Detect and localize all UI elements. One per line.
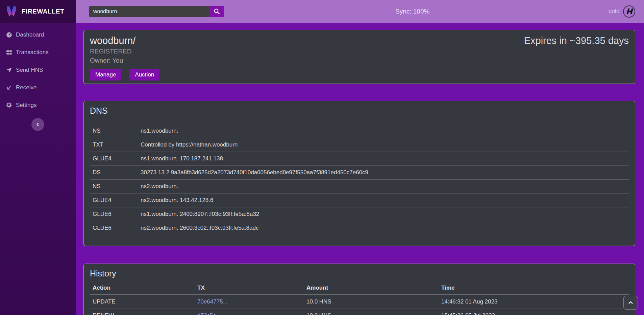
domain-card: woodburn/ REGISTERED Owner: You Manage A…: [83, 30, 635, 84]
dns-record-type: NS: [90, 124, 138, 138]
domain-search: [89, 6, 224, 17]
manage-button[interactable]: Manage: [90, 69, 121, 81]
auction-button[interactable]: Auction: [129, 69, 159, 81]
history-title: History: [90, 269, 629, 278]
dns-record-type: GLUE4: [90, 194, 138, 207]
sidebar-item-label: Send HNS: [16, 67, 43, 73]
dns-record-row: GLUE4 ns2.woodburn. 143.42.128.6: [90, 194, 629, 207]
dns-table: NS ns1.woodburn. TXT Controlled by https…: [90, 124, 629, 235]
sidebar-item-label: Dashboard: [16, 31, 44, 38]
receive-arrow-icon: [6, 85, 12, 91]
history-action: UPDATE: [90, 295, 195, 309]
history-row: RENEW d73c5e... 10.0 HNS 15:45:36 05 Jul…: [90, 309, 629, 315]
dns-record-value: ns1.woodburn. 170.187.241.138: [138, 152, 629, 166]
dns-record-type: GLUE6: [90, 221, 138, 235]
dns-record-value: Controlled by https://nathan.woodburn: [138, 138, 629, 152]
history-col-time: Time: [439, 281, 629, 295]
history-time: 15:45:36 05 Jul 2023: [439, 309, 629, 315]
dns-record-row: GLUE6 ns2.woodburn. 2600:3c02::f03c:93ff…: [90, 221, 629, 235]
brand: FIREWALLET: [0, 0, 76, 23]
history-table: Action TX Amount Time UPDATE 70e64775...…: [90, 281, 629, 315]
brand-name: FIREWALLET: [22, 8, 64, 15]
domain-expiry: Expires in ~395.35 days: [524, 35, 629, 46]
sidebar-item-label: Transactions: [16, 49, 49, 56]
dns-record-value: ns1.woodburn. 2400:8907::f03c:93ff:fe5a:…: [138, 207, 629, 221]
table-icon: [6, 49, 12, 55]
sidebar-item-settings[interactable]: Settings: [0, 96, 76, 114]
wallet-status: cold H: [609, 0, 635, 23]
sync-status: Sync: 100%: [395, 0, 429, 23]
dns-record-value: ns2.woodburn. 143.42.128.6: [138, 194, 629, 207]
dns-record-row: NS ns1.woodburn.: [90, 124, 629, 138]
dns-record-row: TXT Controlled by https://nathan.woodbur…: [90, 138, 629, 152]
tx-link[interactable]: 70e64775...: [197, 298, 228, 305]
dns-record-type: NS: [90, 180, 138, 194]
topbar: Sync: 100% cold H: [76, 0, 644, 23]
search-input[interactable]: [89, 6, 209, 17]
history-col-action: Action: [90, 281, 195, 295]
sidebar: FIREWALLET Dashboard Transactions Send H…: [0, 0, 76, 315]
send-paper-plane-icon: [6, 67, 12, 73]
history-col-amount: Amount: [304, 281, 439, 295]
history-row: UPDATE 70e64775... 10.0 HNS 14:46:32 01 …: [90, 295, 629, 309]
history-col-tx: TX: [195, 281, 304, 295]
wallet-mode-label: cold: [609, 8, 620, 15]
dns-record-type: GLUE6: [90, 207, 138, 221]
dns-record-row: GLUE6 ns1.woodburn. 2400:8907::f03c:93ff…: [90, 207, 629, 221]
dns-record-type: GLUE4: [90, 152, 138, 166]
sidebar-item-label: Settings: [16, 102, 36, 109]
handshake-logo-icon[interactable]: H: [623, 5, 635, 18]
dns-record-value: 30273 13 2 9a3a8fb3d625d2a2073d740f10da6…: [138, 166, 629, 180]
history-amount: 10.0 HNS: [304, 295, 439, 309]
dns-record-value: ns1.woodburn.: [138, 124, 629, 138]
sidebar-item-send-hns[interactable]: Send HNS: [0, 61, 76, 79]
search-icon: [214, 8, 220, 15]
dns-record-value: ns2.woodburn. 2600:3c02::f03c:93ff:fe5a:…: [138, 221, 629, 235]
sidebar-item-dashboard[interactable]: Dashboard: [0, 26, 76, 44]
sidebar-nav: Dashboard Transactions Send HNS Receive: [0, 23, 76, 114]
history-time: 14:46:32 01 Aug 2023: [439, 295, 629, 309]
tx-link[interactable]: d73c5e...: [197, 312, 221, 315]
scroll-to-top-button[interactable]: [623, 296, 638, 310]
chevron-left-icon: [35, 122, 41, 127]
sidebar-item-label: Receive: [16, 84, 36, 91]
dns-record-type: DS: [90, 166, 138, 180]
search-button[interactable]: [209, 6, 224, 17]
history-card: History Action TX Amount Time UPDATE 70e…: [83, 264, 635, 315]
sidebar-item-transactions[interactable]: Transactions: [0, 44, 76, 61]
dns-title: DNS: [90, 106, 629, 116]
domain-owner: Owner: You: [90, 56, 629, 65]
firewallet-logo-icon: [5, 5, 18, 18]
dashboard-gauge-icon: [6, 32, 12, 38]
domain-status: REGISTERED: [90, 47, 629, 56]
dns-record-row: GLUE4 ns1.woodburn. 170.187.241.138: [90, 152, 629, 166]
chevron-up-icon: [628, 300, 634, 306]
dns-record-value: ns2.woodburn.: [138, 180, 629, 194]
history-amount: 10.0 HNS: [304, 309, 439, 315]
dns-card: DNS NS ns1.woodburn. TXT Controlled by h…: [83, 101, 635, 246]
dns-record-row: DS 30273 13 2 9a3a8fb3d625d2a2073d740f10…: [90, 166, 629, 180]
history-header-row: Action TX Amount Time: [90, 281, 629, 295]
sidebar-collapse-button[interactable]: [31, 118, 44, 131]
gear-icon: [6, 102, 12, 108]
sidebar-item-receive[interactable]: Receive: [0, 79, 76, 96]
dns-record-row: NS ns2.woodburn.: [90, 180, 629, 194]
history-action: RENEW: [90, 309, 195, 315]
dns-record-type: TXT: [90, 138, 138, 152]
